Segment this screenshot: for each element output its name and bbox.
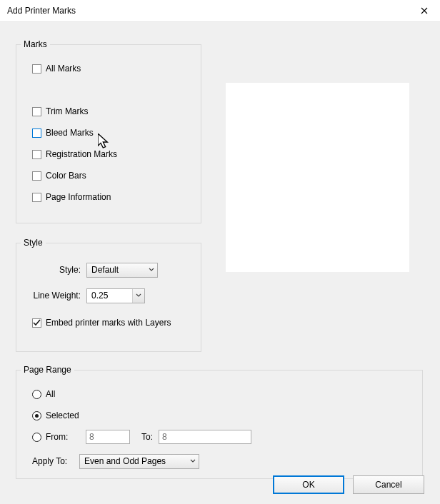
line-weight-input[interactable]: 0.25: [86, 288, 145, 303]
bleed-marks-checkbox[interactable]: [32, 128, 41, 138]
trim-marks-checkbox[interactable]: [32, 107, 41, 116]
color-bars-checkbox[interactable]: [32, 171, 41, 181]
range-to-input[interactable]: 8: [159, 430, 251, 444]
chevron-down-icon: [149, 267, 154, 273]
style-select[interactable]: Default: [86, 263, 158, 278]
range-from-radio[interactable]: [32, 433, 41, 442]
embed-layers-label: Embed printer marks with Layers: [46, 318, 171, 328]
all-marks-label: All Marks: [46, 64, 81, 74]
color-bars-label: Color Bars: [46, 171, 86, 181]
page-info-label: Page Information: [46, 192, 111, 202]
apply-to-select[interactable]: Even and Odd Pages: [79, 454, 199, 469]
range-to-label: To:: [141, 432, 153, 442]
range-selected-radio[interactable]: [32, 411, 41, 420]
preview-panel: [226, 83, 409, 272]
range-from-input[interactable]: 8: [86, 430, 130, 444]
style-label: Style:: [29, 265, 81, 275]
line-weight-label: Line Weight:: [29, 291, 81, 301]
page-range-legend: Page Range: [21, 365, 74, 375]
close-icon: [421, 7, 428, 14]
marks-legend: Marks: [21, 39, 50, 49]
apply-to-value: Even and Odd Pages: [84, 456, 166, 466]
all-marks-checkbox[interactable]: [32, 64, 41, 74]
registration-marks-label: Registration Marks: [46, 149, 117, 159]
window-title: Add Printer Marks: [7, 6, 409, 16]
bleed-marks-label: Bleed Marks: [46, 128, 94, 138]
page-info-checkbox[interactable]: [32, 193, 41, 202]
close-button[interactable]: [409, 0, 440, 21]
registration-marks-checkbox[interactable]: [32, 150, 41, 159]
button-bar: OK Cancel: [273, 475, 424, 494]
style-legend: Style: [21, 238, 46, 248]
range-all-label: All: [46, 389, 55, 399]
marks-group: Marks All Marks Trim Marks Bleed Marks R…: [16, 39, 201, 223]
trim-marks-label: Trim Marks: [46, 106, 89, 116]
embed-layers-checkbox[interactable]: [32, 318, 41, 328]
style-group: Style Style: Default Line Weight: 0.25 E…: [16, 238, 201, 352]
range-selected-label: Selected: [46, 410, 79, 420]
ok-button[interactable]: OK: [273, 475, 344, 494]
line-weight-value: 0.25: [91, 291, 108, 301]
apply-to-label: Apply To:: [32, 456, 75, 466]
style-select-value: Default: [91, 265, 119, 275]
page-range-group: Page Range All Selected From: 8 To: 8 Ap…: [16, 365, 423, 479]
range-from-label: From:: [46, 432, 86, 442]
chevron-down-icon: [190, 458, 196, 464]
range-all-radio[interactable]: [32, 390, 41, 399]
dialog-client: Marks All Marks Trim Marks Bleed Marks R…: [0, 21, 440, 504]
chevron-down-icon[interactable]: [132, 289, 144, 303]
titlebar: Add Printer Marks: [0, 0, 440, 21]
cancel-button[interactable]: Cancel: [353, 475, 424, 494]
